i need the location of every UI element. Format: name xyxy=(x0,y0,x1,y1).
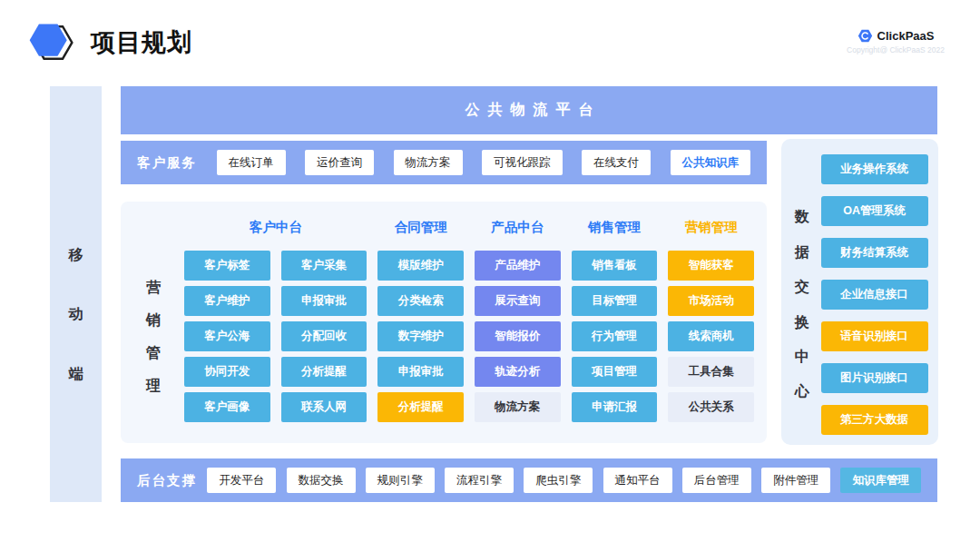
data-exchange-items: 业务操作系统 OA管理系统 财务结算系统 企业信息接口 语音识别接口 图片识别接… xyxy=(821,154,928,435)
matrix-cell: 智能报价 xyxy=(475,321,561,351)
service-item-visual-tracking: 可视化跟踪 xyxy=(482,150,563,176)
backend-item-data-exchange: 数据交换 xyxy=(287,468,356,494)
mobile-side-bar: 移动端 xyxy=(50,86,102,502)
data-exchange-item: OA管理系统 xyxy=(821,196,928,226)
matrix-cell: 公共关系 xyxy=(668,392,754,422)
matrix-cell: 产品维护 xyxy=(475,251,561,281)
customer-service-label: 客户服务 xyxy=(137,154,197,172)
backend-support-label: 后台支撑 xyxy=(137,472,197,489)
matrix-cell: 分配回收 xyxy=(281,321,368,351)
data-exchange-item: 图片识别接口 xyxy=(821,363,928,393)
matrix-cell: 客户维护 xyxy=(184,286,270,316)
matrix-cell: 数字维护 xyxy=(377,321,464,351)
matrix-cell: 客户公海 xyxy=(184,321,270,351)
matrix-cell: 协同开发 xyxy=(184,357,270,387)
matrix-cell: 申报审批 xyxy=(377,357,464,387)
backend-item-dev-platform: 开发平台 xyxy=(207,468,276,494)
matrix-cell: 智能获客 xyxy=(668,251,754,281)
matrix-cell: 申请汇报 xyxy=(572,392,658,422)
column-header-sales-management: 销售管理 xyxy=(572,209,658,245)
data-exchange-item: 企业信息接口 xyxy=(821,280,928,310)
platform-banner-label: 公共物流平台 xyxy=(457,101,602,120)
slide-canvas: 项目规划 ClickPaaS Copyright@ ClickPaaS 2022… xyxy=(0,0,980,552)
backend-item-attachment-management: 附件管理 xyxy=(761,468,830,494)
matrix-cell: 分类检索 xyxy=(377,286,464,316)
backend-item-crawler-engine: 爬虫引擎 xyxy=(524,468,593,494)
backend-item-backend-management: 后台管理 xyxy=(682,468,751,494)
data-exchange-item: 第三方大数据 xyxy=(821,405,928,435)
matrix-cell: 工具合集 xyxy=(668,357,754,387)
service-item-logistics-plan: 物流方案 xyxy=(394,150,463,176)
matrix-cell: 分析提醒 xyxy=(377,392,464,422)
matrix-cell: 轨迹分析 xyxy=(475,357,561,387)
clickpaas-hexagon-icon xyxy=(858,28,873,44)
matrix-cell: 客户标签 xyxy=(184,251,270,281)
matrix-side-label-container: 营销管理 xyxy=(133,251,173,422)
backend-item-rule-engine: 规则引擎 xyxy=(366,468,435,494)
copyright-text: Copyright@ ClickPaaS 2022 xyxy=(837,45,955,54)
app-logo-hexagon-icon xyxy=(25,16,76,67)
brand-name: ClickPaaS xyxy=(877,29,935,43)
column-header-marketing-management: 营销管理 xyxy=(668,209,754,245)
column-header-contract-management: 合同管理 xyxy=(377,209,464,245)
column-header-customer-middle-platform: 客户中台 xyxy=(184,209,367,245)
data-exchange-panel: 数据交换中心 业务操作系统 OA管理系统 财务结算系统 企业信息接口 语音识别接… xyxy=(781,139,938,445)
matrix-cell: 行为管理 xyxy=(572,321,658,351)
mobile-side-label: 移动端 xyxy=(68,225,84,404)
matrix-cell: 模版维护 xyxy=(377,251,464,281)
matrix-cell: 分析提醒 xyxy=(281,357,368,387)
data-exchange-item: 语音识别接口 xyxy=(821,321,928,351)
matrix-cell: 线索商机 xyxy=(668,321,754,351)
page-title: 项目规划 xyxy=(91,26,192,59)
data-exchange-side-label: 数据交换中心 xyxy=(794,200,810,409)
matrix-cell: 联系人网 xyxy=(281,392,368,422)
matrix-cell: 项目管理 xyxy=(572,357,658,387)
matrix-cell: 目标管理 xyxy=(572,286,658,316)
backend-item-process-engine: 流程引擎 xyxy=(445,468,514,494)
service-item-online-payment: 在线支付 xyxy=(582,150,651,176)
matrix-cell: 销售看板 xyxy=(572,251,658,281)
backend-item-knowledge-base-management: 知识库管理 xyxy=(840,468,921,494)
platform-banner: 公共物流平台 xyxy=(121,86,937,134)
customer-service-bar: 客户服务 在线订单 运价查询 物流方案 可视化跟踪 在线支付 公共知识库 xyxy=(121,141,767,184)
brand-logo: ClickPaaS Copyright@ ClickPaaS 2022 xyxy=(837,28,955,54)
service-item-freight-query: 运价查询 xyxy=(305,150,374,176)
matrix-cell: 物流方案 xyxy=(475,392,561,422)
matrix-cell: 市场活动 xyxy=(668,286,754,316)
backend-item-notification-platform: 通知平台 xyxy=(603,468,672,494)
column-header-product-middle-platform: 产品中台 xyxy=(475,209,561,245)
capability-matrix-panel: 客户中台 合同管理 产品中台 销售管理 营销管理 营销管理 客户标签 客户采集 … xyxy=(121,202,767,443)
matrix-side-label: 营销管理 xyxy=(145,271,162,402)
matrix-cell: 客户采集 xyxy=(281,251,368,281)
backend-support-bar: 后台支撑 开发平台 数据交换 规则引擎 流程引擎 爬虫引擎 通知平台 后台管理 … xyxy=(121,458,937,502)
data-exchange-item: 财务结算系统 xyxy=(821,238,928,268)
matrix-cell: 展示查询 xyxy=(475,286,561,316)
data-exchange-item: 业务操作系统 xyxy=(821,154,928,184)
matrix-cell: 客户画像 xyxy=(184,392,270,422)
service-item-public-knowledge-base: 公共知识库 xyxy=(671,150,751,176)
matrix-cell: 申报审批 xyxy=(281,286,368,316)
service-item-online-order: 在线订单 xyxy=(217,150,286,176)
